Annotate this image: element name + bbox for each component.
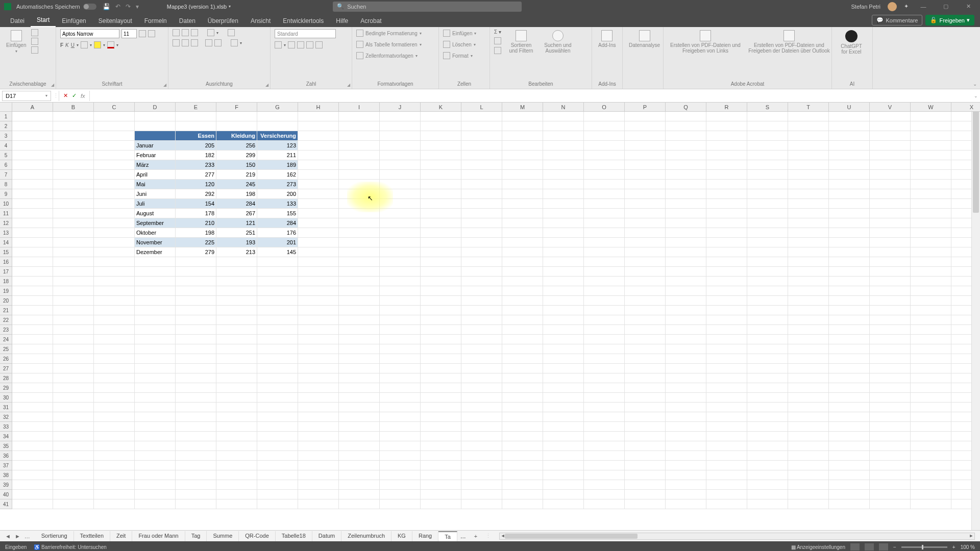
cell[interactable] [339, 315, 380, 325]
cell[interactable] [706, 209, 747, 218]
cell[interactable] [53, 422, 94, 432]
cell[interactable] [788, 315, 829, 325]
cell[interactable] [584, 199, 625, 209]
cell[interactable] [53, 490, 94, 499]
row-header[interactable]: 6 [0, 160, 12, 170]
cell[interactable] [461, 306, 502, 315]
cell[interactable] [706, 335, 747, 344]
cell[interactable] [380, 238, 421, 247]
cell[interactable] [543, 344, 584, 354]
cell[interactable] [543, 170, 584, 180]
cell[interactable] [706, 490, 747, 499]
cell[interactable] [666, 209, 706, 218]
cell[interactable] [788, 499, 829, 509]
cell[interactable] [176, 422, 216, 432]
cell[interactable] [625, 354, 666, 364]
cell[interactable] [421, 180, 461, 189]
cell[interactable] [135, 296, 176, 306]
spreadsheet-grid[interactable]: ABCDEFGHIJKLMNOPQRSTUVWX 123456789101112… [0, 103, 980, 530]
enter-formula-icon[interactable]: ✓ [72, 92, 77, 99]
cell[interactable] [339, 189, 380, 199]
cell[interactable] [53, 364, 94, 373]
cell[interactable] [135, 112, 176, 121]
cell[interactable] [706, 257, 747, 267]
cell[interactable] [829, 228, 870, 238]
cell[interactable] [870, 315, 911, 325]
cell[interactable] [829, 121, 870, 131]
cell[interactable] [216, 306, 257, 315]
row-header[interactable]: 16 [0, 257, 12, 267]
col-header[interactable]: M [502, 103, 543, 111]
cell[interactable] [380, 209, 421, 218]
cell[interactable] [870, 170, 911, 180]
cell[interactable] [135, 461, 176, 470]
cell[interactable] [870, 160, 911, 170]
tab-formeln[interactable]: Formeln [138, 15, 173, 27]
cell[interactable] [298, 199, 339, 209]
sheet-tab[interactable]: Tag [185, 531, 207, 541]
cell[interactable] [94, 364, 135, 373]
cell[interactable] [421, 238, 461, 247]
cell[interactable] [461, 315, 502, 325]
row-header[interactable]: 17 [0, 267, 12, 277]
cell[interactable] [788, 335, 829, 344]
conditional-formatting-button[interactable]: Bedingte Formatierung ▾ [356, 29, 422, 37]
vertical-scrollbar[interactable] [971, 103, 980, 530]
cell[interactable] [829, 306, 870, 315]
cell[interactable] [911, 151, 951, 160]
italic-button[interactable]: K [65, 42, 69, 48]
cell[interactable] [543, 257, 584, 267]
align-center-icon[interactable] [182, 39, 189, 46]
cell[interactable] [380, 267, 421, 277]
cell[interactable] [421, 286, 461, 296]
cell[interactable] [421, 470, 461, 480]
cell[interactable] [53, 441, 94, 451]
cell[interactable] [584, 170, 625, 180]
cell[interactable] [216, 325, 257, 335]
cell[interactable] [461, 209, 502, 218]
cell[interactable] [53, 199, 94, 209]
cell[interactable]: 193 [216, 238, 257, 247]
cell[interactable] [911, 238, 951, 247]
cell[interactable] [788, 228, 829, 238]
cell[interactable] [584, 267, 625, 277]
cell[interactable] [870, 480, 911, 490]
cell[interactable]: 201 [257, 238, 298, 247]
cell[interactable] [298, 247, 339, 257]
cell[interactable] [543, 470, 584, 480]
cell[interactable] [257, 412, 298, 422]
cell[interactable] [94, 286, 135, 296]
row-header[interactable]: 29 [0, 383, 12, 393]
cell[interactable] [788, 490, 829, 499]
cell[interactable] [747, 209, 788, 218]
cell[interactable] [870, 247, 911, 257]
cell[interactable] [339, 218, 380, 228]
cell[interactable] [53, 151, 94, 160]
cell[interactable] [461, 180, 502, 189]
col-header[interactable]: G [257, 103, 298, 111]
cell[interactable] [94, 121, 135, 131]
cell[interactable] [911, 296, 951, 306]
cell[interactable] [584, 315, 625, 325]
cell[interactable] [870, 238, 911, 247]
cell[interactable] [94, 441, 135, 451]
minimize-icon[interactable]: — [916, 4, 931, 10]
cell[interactable] [53, 112, 94, 121]
cell[interactable] [94, 490, 135, 499]
cell[interactable] [788, 141, 829, 151]
cell[interactable] [829, 131, 870, 141]
cell[interactable] [870, 354, 911, 364]
cell[interactable] [53, 373, 94, 383]
cell[interactable] [666, 180, 706, 189]
cell[interactable] [625, 412, 666, 422]
cell[interactable] [666, 354, 706, 364]
cell[interactable] [543, 490, 584, 499]
cell[interactable] [53, 412, 94, 422]
cut-icon[interactable] [31, 29, 38, 36]
cell[interactable] [870, 441, 911, 451]
cell[interactable] [12, 470, 53, 480]
cell[interactable] [176, 364, 216, 373]
cell[interactable] [911, 383, 951, 393]
cell[interactable] [94, 306, 135, 315]
row-header[interactable]: 21 [0, 306, 12, 315]
